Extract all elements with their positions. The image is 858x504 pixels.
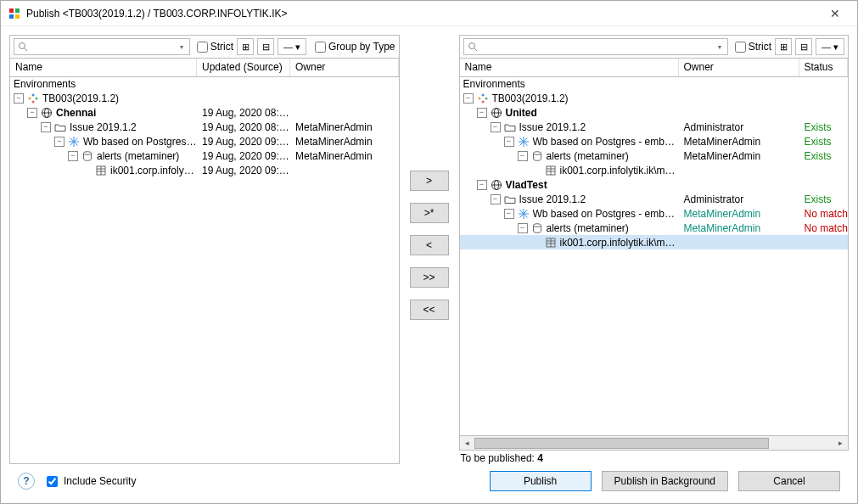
tree-twisty-icon[interactable]: − — [518, 151, 528, 161]
search-history-dropdown-icon[interactable]: ▾ — [715, 43, 724, 51]
expand-all-button[interactable]: ⊞ — [775, 38, 792, 55]
tree-row[interactable]: ik001.corp.infolytik.i...19 Aug, 2020 09… — [10, 163, 399, 177]
tree-label: Wb based on Postgres - embedded — [533, 136, 679, 148]
target-header: Name Owner Status — [459, 59, 850, 77]
tree-row[interactable]: −TB003(2019.1.2) — [460, 91, 849, 105]
tree-row[interactable]: −Wb based on Postgres - embeddedMetaMine… — [460, 134, 849, 148]
tree-twisty-icon[interactable]: − — [491, 194, 501, 204]
move-all-left-button[interactable]: << — [410, 300, 449, 320]
tree-twisty-icon[interactable]: − — [518, 223, 528, 233]
cancel-button[interactable]: Cancel — [738, 471, 840, 491]
svg-point-25 — [481, 93, 484, 96]
footer: ? Include Security Publish Publish in Ba… — [9, 464, 849, 498]
source-strict-toggle[interactable]: Strict — [197, 41, 233, 53]
expand-all-button[interactable]: ⊞ — [237, 38, 254, 55]
tree-row[interactable]: −alerts (metaminer)MetaMinerAdminExists — [460, 148, 849, 163]
tree-label: ik001.corp.infolytik.ik\met... — [560, 237, 679, 249]
include-security-toggle[interactable]: Include Security — [43, 473, 136, 490]
globe-icon — [490, 178, 503, 192]
svg-point-24 — [478, 97, 480, 99]
scroll-right-icon[interactable]: ▸ — [833, 437, 848, 450]
source-search[interactable]: ▾ — [14, 38, 190, 55]
table-icon — [94, 164, 108, 177]
tree-row[interactable]: ik001.corp.infolytik.ik\met... — [460, 163, 849, 177]
move-right-star-button[interactable]: >* — [410, 203, 449, 223]
app-icon — [8, 7, 21, 20]
col-updated[interactable]: Updated (Source) — [197, 59, 290, 76]
tree-row[interactable]: −United — [460, 105, 849, 120]
tree-twisty-icon[interactable]: − — [477, 180, 487, 190]
tree-label: Issue 2019.1.2 — [519, 121, 586, 133]
source-tree[interactable]: Environments−TB003(2019.1.2)−Chennai19 A… — [9, 77, 400, 464]
tree-row[interactable]: −Issue 2019.1.2AdministratorExists — [460, 192, 849, 206]
target-strict-toggle[interactable]: Strict — [735, 41, 771, 53]
tree-label: TB003(2019.1.2) — [492, 92, 569, 104]
publish-background-button[interactable]: Publish in Background — [602, 471, 728, 491]
tree-row[interactable]: −TB003(2019.1.2) — [10, 91, 399, 105]
col-name[interactable]: Name — [460, 59, 679, 76]
tree-row[interactable]: −Issue 2019.1.219 Aug, 2020 08:31MetaMin… — [10, 120, 399, 134]
tree-twisty-icon[interactable]: − — [463, 93, 474, 104]
search-icon — [468, 42, 478, 52]
tree-twisty-icon[interactable]: − — [68, 151, 78, 161]
svg-point-35 — [533, 151, 541, 154]
help-button[interactable]: ? — [18, 473, 35, 490]
svg-point-17 — [84, 151, 92, 154]
tree-label: alerts (metaminer) — [97, 150, 179, 162]
col-owner[interactable]: Owner — [290, 59, 399, 76]
col-status[interactable]: Status — [799, 59, 849, 76]
tree-label: ik001.corp.infolytik.ik\met... — [560, 165, 679, 176]
table-icon — [544, 164, 558, 177]
tree-row[interactable]: −alerts (metaminer)MetaMinerAdminNo matc… — [460, 221, 849, 235]
tree-row[interactable]: −Chennai19 Aug, 2020 08:28 — [10, 105, 399, 120]
tree-twisty-icon[interactable]: − — [491, 122, 501, 132]
target-tree[interactable]: Environments−TB003(2019.1.2)−United−Issu… — [459, 77, 850, 436]
folder-icon — [53, 120, 67, 134]
move-left-button[interactable]: < — [410, 235, 449, 255]
horizontal-scrollbar[interactable]: ◂ ▸ — [459, 436, 850, 451]
tree-row[interactable]: −alerts (metaminer)19 Aug, 2020 09:21Met… — [10, 148, 399, 163]
search-history-dropdown-icon[interactable]: ▾ — [177, 43, 186, 51]
tree-row[interactable]: −Wb based on Postgres - embeddedMetaMine… — [460, 206, 849, 221]
col-owner[interactable]: Owner — [679, 59, 799, 76]
target-search-input[interactable] — [479, 40, 715, 53]
tree-twisty-icon[interactable]: − — [54, 137, 64, 147]
tree-twisty-icon[interactable]: − — [477, 108, 487, 118]
source-search-input[interactable] — [30, 40, 177, 53]
move-right-button[interactable]: > — [410, 171, 449, 191]
tree-twisty-icon[interactable]: − — [14, 93, 24, 104]
tree-row[interactable]: −VladTest — [460, 177, 849, 192]
tree-group: Environments — [460, 77, 849, 91]
tree-row[interactable]: −Issue 2019.1.2AdministratorExists — [460, 120, 849, 134]
source-panel: ▾ Strict ⊞ ⊟ — ▾ Group by Type Name Upda… — [9, 35, 400, 464]
move-all-right-button[interactable]: >> — [410, 267, 449, 288]
db-icon — [81, 149, 94, 163]
scroll-left-icon[interactable]: ◂ — [460, 437, 474, 450]
dots-icon — [26, 92, 40, 105]
publish-button[interactable]: Publish — [490, 471, 592, 491]
collapse-all-button[interactable]: ⊟ — [257, 38, 274, 55]
filter-dropdown[interactable]: — ▾ — [816, 38, 844, 55]
group-by-type-toggle[interactable]: Group by Type — [315, 41, 395, 53]
tree-row[interactable]: ik001.corp.infolytik.ik\met... — [460, 235, 849, 249]
col-name[interactable]: Name — [10, 59, 197, 76]
close-button[interactable]: ✕ — [820, 7, 850, 20]
svg-rect-3 — [15, 14, 20, 19]
tree-label: Chennai — [56, 107, 96, 119]
svg-point-6 — [29, 97, 31, 99]
tree-twisty-icon[interactable]: − — [504, 209, 514, 219]
source-header: Name Updated (Source) Owner — [9, 59, 400, 77]
tree-label: TB003(2019.1.2) — [42, 92, 119, 104]
target-search[interactable]: ▾ — [463, 38, 728, 55]
collapse-all-button[interactable]: ⊟ — [795, 38, 812, 55]
target-panel: ▾ Strict ⊞ ⊟ — ▾ Name Owner Status Envir… — [459, 35, 850, 464]
tree-twisty-icon[interactable]: − — [504, 137, 514, 147]
svg-point-47 — [533, 223, 541, 227]
tree-label: United — [506, 107, 537, 119]
tree-twisty-icon[interactable]: − — [41, 122, 51, 132]
to-be-published-status: To be published: 4 — [459, 451, 850, 464]
search-icon — [18, 42, 28, 52]
filter-dropdown[interactable]: — ▾ — [278, 38, 306, 55]
tree-row[interactable]: −Wb based on Postgres - e...19 Aug, 2020… — [10, 134, 399, 148]
tree-twisty-icon[interactable]: − — [27, 108, 37, 118]
